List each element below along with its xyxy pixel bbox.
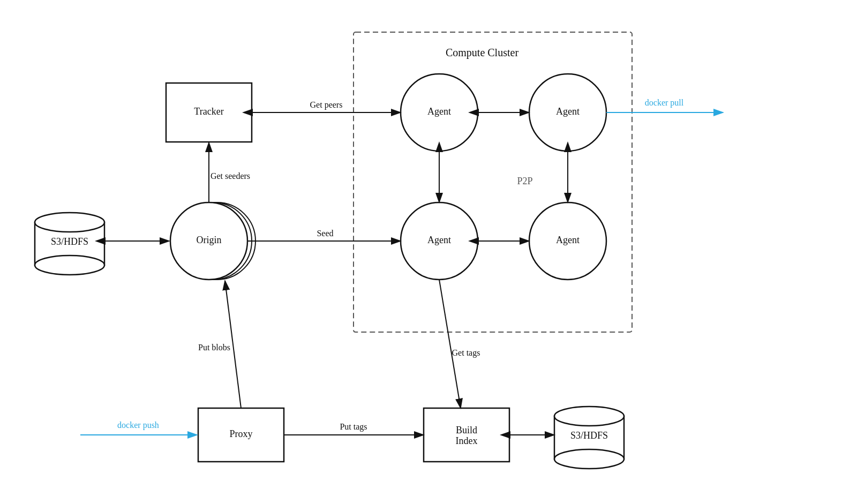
origin-label: Origin: [197, 235, 222, 245]
svg-line-25: [439, 280, 461, 408]
svg-point-4: [35, 213, 104, 232]
agent-tl-label: Agent: [427, 106, 451, 117]
architecture-diagram: Compute Cluster P2P S3/HDFS Tracker Orig…: [0, 0, 857, 504]
get-tags-label: Get tags: [452, 348, 480, 358]
agent-br-label: Agent: [556, 235, 580, 245]
put-tags-label: Put tags: [340, 422, 367, 432]
proxy-label: Proxy: [229, 428, 252, 439]
s3hdfs-right-label: S3/HDFS: [570, 430, 608, 441]
agent-bl-label: Agent: [427, 235, 451, 245]
p2p-label: P2P: [517, 176, 532, 186]
seed-label: Seed: [317, 229, 333, 238]
svg-point-13: [554, 407, 624, 426]
svg-point-5: [35, 255, 104, 275]
svg-point-14: [554, 449, 624, 469]
agent-tr-label: Agent: [556, 106, 580, 117]
tracker-label: Tracker: [194, 106, 223, 117]
put-blobs-label: Put blobs: [198, 343, 230, 352]
s3hdfs-left-label: S3/HDFS: [51, 236, 88, 247]
get-peers-label: Get peers: [310, 100, 343, 110]
compute-cluster-label: Compute Cluster: [446, 47, 518, 59]
docker-pull-label: docker pull: [645, 98, 684, 108]
compute-cluster-box: [354, 32, 632, 332]
get-seeders-label: Get seeders: [211, 171, 250, 180]
build-index-label2: Index: [456, 435, 478, 446]
docker-push-label: docker push: [117, 420, 159, 430]
build-index-label: Build: [456, 425, 477, 435]
